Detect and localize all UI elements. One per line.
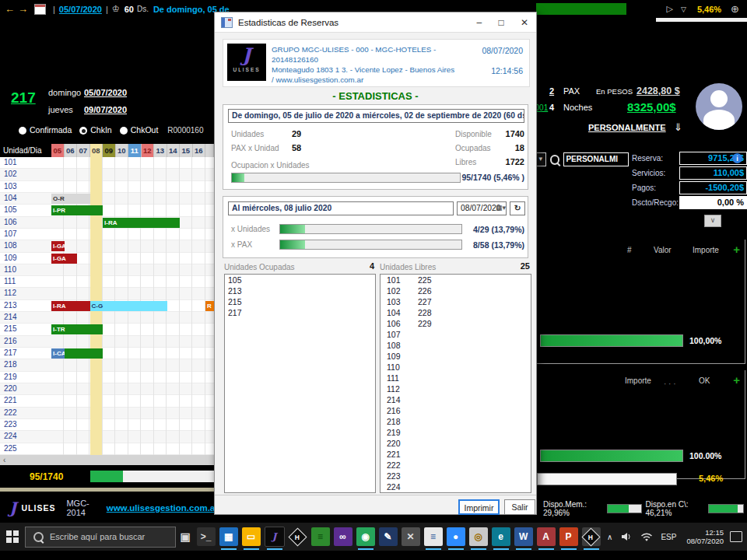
room-label[interactable]: 216: [4, 337, 17, 345]
reservation-bar[interactable]: [65, 348, 103, 359]
day-header[interactable]: 15: [180, 144, 193, 157]
start-button[interactable]: [0, 523, 25, 551]
room-label[interactable]: 102: [4, 170, 17, 178]
dialog-close-button[interactable]: ✕: [521, 17, 528, 28]
list-item[interactable]: 216: [384, 405, 415, 416]
room-number[interactable]: 217: [11, 89, 36, 107]
document-icon[interactable]: ≡: [424, 527, 443, 546]
combo-arrow-icon[interactable]: ▼: [535, 152, 546, 166]
tools-icon[interactable]: ✕: [402, 527, 420, 546]
edge-icon[interactable]: e: [492, 527, 510, 546]
list-item[interactable]: 222: [384, 460, 415, 471]
print-button[interactable]: Imprimir: [458, 499, 500, 515]
list-item[interactable]: 229: [415, 318, 446, 329]
day-header[interactable]: 11: [128, 144, 142, 157]
powerpoint-icon[interactable]: P: [559, 527, 578, 546]
room-label[interactable]: 108: [4, 241, 17, 250]
access-icon[interactable]: A: [537, 527, 556, 546]
room-label[interactable]: 105: [4, 205, 17, 214]
terminal-icon[interactable]: >_: [197, 527, 216, 546]
taskbar-search[interactable]: Escribe aquí para buscar: [25, 527, 176, 548]
list-item[interactable]: 226: [415, 285, 446, 296]
list-item[interactable]: 105: [225, 275, 375, 285]
reservation-bar[interactable]: I-GA: [51, 254, 77, 264]
days-count[interactable]: 60: [124, 5, 134, 14]
reservation-bar[interactable]: C-G: [90, 301, 167, 311]
reservation-bar[interactable]: R: [205, 301, 214, 311]
notes-icon[interactable]: ✎: [379, 527, 398, 546]
room-label[interactable]: 223: [4, 420, 17, 429]
horizontal-scrollbar[interactable]: ‹: [0, 455, 214, 465]
contacts-icon[interactable]: ◉: [356, 527, 375, 546]
info-icon[interactable]: i: [732, 153, 742, 163]
field-value[interactable]: -1500,20$: [679, 181, 747, 194]
day-header[interactable]: 13: [154, 144, 167, 157]
room-label[interactable]: 221: [4, 396, 17, 404]
visual-studio-icon[interactable]: ∞: [334, 527, 352, 546]
reservation-bar[interactable]: I-TR: [51, 324, 103, 334]
calendar-icon[interactable]: [34, 4, 46, 15]
room-label[interactable]: 103: [4, 182, 17, 191]
hotel-h-icon[interactable]: H: [289, 527, 307, 546]
list-item[interactable]: 102: [384, 285, 415, 296]
room-label[interactable]: 224: [4, 432, 17, 440]
list-item[interactable]: 109: [384, 351, 415, 362]
room-label[interactable]: 220: [4, 384, 17, 393]
play-icon[interactable]: ▷: [667, 4, 673, 14]
list-item[interactable]: 217: [225, 307, 375, 318]
day-header[interactable]: 05: [51, 144, 65, 157]
reservation-bar[interactable]: I-CA: [51, 348, 65, 359]
field-value[interactable]: 0,00 %: [679, 196, 747, 209]
expand-button[interactable]: ∨: [704, 215, 721, 227]
prev-arrow-icon[interactable]: ←: [5, 3, 15, 15]
list-item[interactable]: 108: [384, 340, 415, 351]
file-explorer-icon[interactable]: ▭: [242, 527, 261, 546]
checkout-date[interactable]: 09/07/2020: [84, 105, 127, 114]
room-label[interactable]: 112: [4, 289, 16, 297]
ulises-app-icon[interactable]: J: [265, 527, 285, 547]
globe-icon[interactable]: ⊕: [731, 3, 739, 15]
list-item[interactable]: 214: [384, 394, 415, 405]
add-payment-icon[interactable]: +: [733, 373, 740, 387]
list-item[interactable]: 221: [384, 449, 415, 460]
reservation-bar[interactable]: I-RA: [51, 301, 90, 311]
dialog-minimize-button[interactable]: –: [477, 17, 482, 28]
exit-button[interactable]: Salir: [504, 499, 535, 515]
list-item[interactable]: 223: [384, 471, 415, 481]
price[interactable]: 2428,80 $: [637, 86, 680, 96]
date-picker-icon[interactable]: ▦▾: [496, 204, 506, 212]
word-icon[interactable]: W: [514, 527, 533, 546]
room-label[interactable]: 107: [4, 229, 17, 238]
list-item[interactable]: 220: [384, 438, 415, 449]
day-header[interactable]: 12: [142, 144, 155, 157]
room-label[interactable]: 106: [4, 218, 17, 226]
day-header[interactable]: 06: [65, 144, 78, 157]
field-value[interactable]: 110,00$: [679, 166, 747, 180]
dropdown-icon[interactable]: ▽: [681, 5, 686, 13]
list-item[interactable]: 219: [384, 427, 415, 438]
wifi-icon[interactable]: [640, 532, 653, 541]
list-item[interactable]: 224: [384, 481, 415, 492]
photos-icon[interactable]: ▦: [219, 527, 238, 546]
channel[interactable]: PERSONALMENTE: [588, 123, 666, 132]
org-line3[interactable]: / www.ulisesgestion.com.ar: [272, 75, 466, 85]
hotel-h-active-icon[interactable]: H: [582, 527, 601, 546]
day-header[interactable]: 07: [77, 144, 90, 157]
total-amount[interactable]: 8325,00$: [627, 100, 676, 114]
room-label[interactable]: 109: [4, 254, 17, 262]
room-label[interactable]: 215: [4, 324, 17, 333]
reservation-bar[interactable]: O-R: [51, 194, 90, 204]
day-header[interactable]: 08: [90, 144, 103, 157]
list-item[interactable]: 107: [384, 329, 415, 340]
list-item[interactable]: 213: [225, 285, 375, 296]
search-icon[interactable]: [550, 155, 560, 165]
day-header[interactable]: 09: [103, 144, 116, 157]
list-item[interactable]: 103: [384, 296, 415, 307]
list-item[interactable]: 227: [415, 296, 446, 307]
room-label[interactable]: 214: [4, 313, 17, 321]
list-item[interactable]: 215: [225, 296, 375, 307]
radio-chkout[interactable]: [120, 127, 128, 135]
current-date[interactable]: 05/07/2020: [59, 5, 102, 14]
language-indicator[interactable]: ESP: [661, 533, 676, 541]
room-label[interactable]: 104: [4, 194, 17, 202]
